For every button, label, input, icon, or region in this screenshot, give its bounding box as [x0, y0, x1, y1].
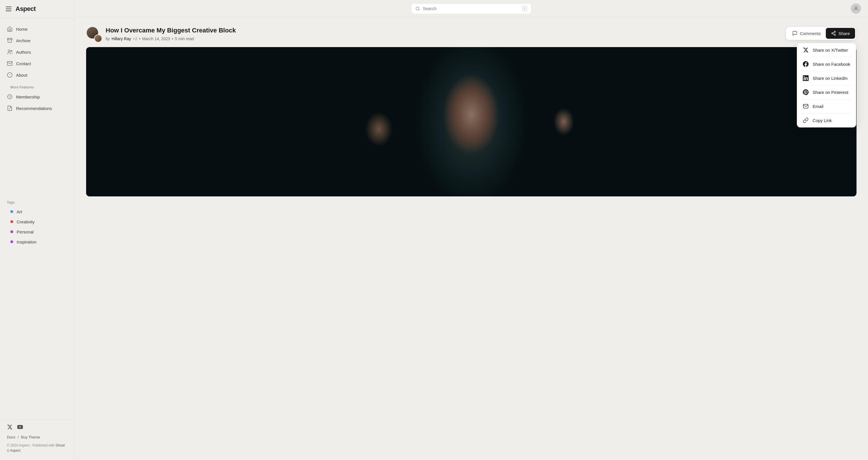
svg-point-10 [855, 7, 857, 9]
article-title: How I Overcame My Biggest Creative Block [105, 26, 781, 35]
main-content: / How I Overcame My Biggest Creative Blo… [74, 0, 868, 460]
sidebar-item-authors[interactable]: Authors [3, 46, 71, 58]
sidebar-item-archive-label: Archive [16, 38, 30, 43]
article-author[interactable]: Hillary Ray [112, 36, 131, 41]
docs-link[interactable]: Docs [7, 435, 16, 439]
share-linkedin-item[interactable]: Share on LinkedIn [797, 71, 856, 85]
author-avatar-secondary [94, 34, 102, 42]
user-avatar[interactable] [851, 3, 861, 14]
sidebar-item-authors-label: Authors [16, 50, 31, 55]
recommendations-icon [7, 105, 12, 111]
article-header: How I Overcame My Biggest Creative Block… [86, 26, 857, 41]
search-input[interactable] [423, 6, 519, 11]
tag-item-art[interactable]: Art [3, 207, 71, 217]
link-icon [803, 117, 809, 123]
topbar-right [851, 3, 861, 14]
sidebar-item-contact-label: Contact [16, 61, 31, 66]
pinterest-icon [803, 89, 809, 95]
social-icons [7, 424, 67, 431]
article-date: March 14, 2023 [142, 36, 170, 41]
sidebar-item-recommendations[interactable]: Recommendations [3, 102, 71, 114]
share-pinterest-label: Share on Pinterest [813, 90, 848, 95]
more-features-label: More Features [3, 81, 71, 91]
x-twitter-social-icon[interactable] [7, 424, 12, 431]
sidebar-item-home-label: Home [16, 27, 28, 32]
share-pinterest-item[interactable]: Share on Pinterest [797, 85, 856, 99]
ghost-link[interactable]: Ghost [56, 443, 65, 448]
topbar: / [74, 0, 868, 17]
action-bar: Comments Share Share on X/Twitter [786, 26, 857, 40]
share-facebook-item[interactable]: Share on Facebook [797, 57, 856, 71]
svg-point-12 [832, 33, 833, 34]
contact-icon [7, 61, 12, 66]
tag-creativity-label: Creativity [17, 219, 35, 224]
sidebar-item-home[interactable]: Home [3, 23, 71, 35]
sidebar-item-archive[interactable]: Archive [3, 35, 71, 46]
tag-item-inspiration[interactable]: Inspiration [3, 237, 71, 247]
tag-item-personal[interactable]: Personal [3, 227, 71, 237]
youtube-social-icon[interactable] [17, 424, 23, 431]
share-label: Share [838, 31, 850, 36]
sidebar-item-membership[interactable]: Membership [3, 91, 71, 102]
sidebar-item-contact[interactable]: Contact [3, 58, 71, 69]
footer-copyright: © 2024 Aspect - Published with Ghost & A… [7, 443, 67, 453]
archive-icon [7, 38, 12, 43]
share-x-item[interactable]: Share on X/Twitter [797, 43, 856, 57]
article-read-time: 5 min read [175, 36, 194, 41]
sidebar-nav: Home Archive Authors Contact About More … [0, 21, 74, 196]
about-icon [7, 72, 12, 78]
sidebar-item-membership-label: Membership [16, 94, 40, 99]
svg-line-15 [833, 32, 834, 33]
footer-links: Docs / Buy Theme [7, 435, 67, 439]
search-shortcut: / [522, 6, 527, 11]
search-box[interactable]: / [411, 3, 532, 14]
svg-line-9 [418, 9, 420, 10]
tag-inspiration-label: Inspiration [17, 240, 36, 244]
article-meta: How I Overcame My Biggest Creative Block… [105, 26, 781, 41]
share-button[interactable]: Share [826, 28, 855, 39]
svg-rect-0 [7, 38, 12, 39]
membership-icon [7, 94, 12, 100]
sidebar-item-about[interactable]: About [3, 69, 71, 81]
svg-line-14 [833, 34, 834, 34]
sidebar-item-recommendations-label: Recommendations [16, 106, 52, 111]
tags-label: Tags [0, 196, 74, 207]
sidebar-item-about-label: About [16, 73, 27, 78]
aspect-footer-link[interactable]: Aspect [10, 449, 21, 453]
article-author-extra: +2 [133, 36, 137, 41]
search-icon [415, 6, 420, 11]
facebook-icon [803, 61, 809, 67]
share-facebook-label: Share on Facebook [813, 62, 850, 67]
creativity-dot [10, 220, 13, 223]
share-email-item[interactable]: Email [797, 99, 856, 113]
x-share-icon [803, 47, 809, 53]
tag-personal-label: Personal [17, 229, 34, 234]
home-icon [7, 26, 12, 32]
comments-label: Comments [800, 31, 820, 36]
authors-icon [7, 49, 12, 55]
svg-point-11 [834, 31, 836, 33]
tag-item-creativity[interactable]: Creativity [3, 217, 71, 227]
share-dropdown: Share on X/Twitter Share on Facebook Sha… [797, 43, 856, 127]
article-area: How I Overcame My Biggest Creative Block… [74, 17, 868, 208]
share-linkedin-label: Share on LinkedIn [813, 76, 848, 81]
tags-list: Art Creativity Personal Inspiration [0, 207, 74, 247]
svg-point-1 [8, 50, 10, 52]
linkedin-icon [803, 75, 809, 81]
copy-link-item[interactable]: Copy Link [797, 114, 856, 127]
hamburger-button[interactable] [6, 7, 11, 11]
tag-art-label: Art [17, 209, 22, 214]
sidebar-logo: Aspect [16, 5, 36, 12]
svg-point-8 [416, 7, 419, 10]
buy-theme-link[interactable]: Buy Theme [21, 435, 40, 439]
personal-dot [10, 230, 13, 233]
user-icon [853, 6, 859, 11]
share-x-label: Share on X/Twitter [813, 48, 848, 53]
comments-button[interactable]: Comments [787, 28, 826, 39]
hero-face [86, 47, 857, 196]
share-email-label: Email [813, 104, 824, 109]
svg-point-13 [834, 34, 836, 36]
sidebar-footer: Docs / Buy Theme © 2024 Aspect - Publish… [0, 419, 74, 453]
art-dot [10, 210, 13, 213]
hero-image [86, 47, 857, 196]
